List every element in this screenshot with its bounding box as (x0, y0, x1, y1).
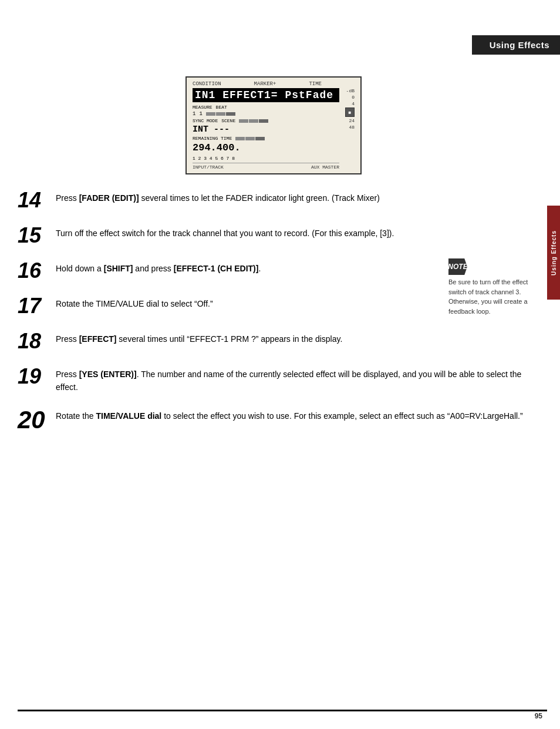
screen-container: CONDITION MARKER+ TIME IN1 EFFECT1= PstF… (18, 76, 529, 174)
sidebar-tab-label: Using Effects (551, 230, 557, 276)
step-16-bold1: [SHIFT] (104, 264, 133, 273)
screen-beat: BEAT (216, 105, 227, 110)
step-15: 15 Turn off the effect switch for the tr… (18, 227, 529, 246)
step-15-content: Turn off the effect switch for the track… (56, 227, 529, 240)
step-20-number: 20 (18, 408, 56, 432)
screen-condition: CONDITION (193, 81, 221, 87)
step-20: 20 Rotate the TIME/VALUE dial to select … (18, 410, 529, 432)
screen-marker: MARKER+ (254, 81, 276, 87)
screen-display: CONDITION MARKER+ TIME IN1 EFFECT1= PstF… (185, 76, 362, 174)
screen-time-label: TIME (309, 81, 322, 87)
note-header: NOTE (448, 258, 542, 275)
step-20-bold1: TIME/VALUE dial (96, 411, 162, 421)
screen-input-track: INPUT/TRACK (193, 164, 224, 170)
step-19-content: Press [YES (ENTER)]. The number and name… (56, 368, 529, 394)
screen-level-col: -dB 0 4 ■ 24 48 (343, 88, 355, 170)
screen-aux-master: AUX MASTER (311, 164, 339, 170)
screen-val1: 1 (193, 111, 195, 117)
step-16-number: 16 (18, 260, 56, 281)
note-icon-text: NOTE (448, 261, 467, 272)
step-18-bold1: [EFFECT] (79, 334, 117, 344)
step-18-content: Press [EFFECT] several times until “EFFE… (56, 333, 529, 346)
step-19-bold1: [YES (ENTER)] (79, 369, 137, 379)
step-16-bold2: [EFFECT-1 (CH EDIT)] (174, 264, 259, 273)
screen-dashes: --- (214, 125, 230, 135)
note-icon: NOTE (448, 258, 467, 275)
step-15-number: 15 (18, 225, 56, 246)
step-20-content: Rotate the TIME/VALUE dial to select the… (56, 410, 529, 423)
screen-measure: MEASURE (193, 105, 212, 110)
sidebar-tab: Using Effects (547, 206, 560, 300)
step-17-number: 17 (18, 295, 56, 317)
screen-val2: 1 (199, 111, 202, 117)
screen-db-48: 48 (349, 125, 355, 130)
screen-remaining: REMAINING TIME (193, 136, 232, 141)
screen-main-line: IN1 EFFECT1= PstFade (193, 88, 339, 102)
step-14-bold1: [FADER (EDIT)] (79, 193, 139, 203)
step-18-number: 18 (18, 331, 56, 352)
screen-db-4: 4 (352, 101, 355, 106)
step-14-content: Press [FADER (EDIT)] several times to le… (56, 192, 529, 205)
step-18: 18 Press [EFFECT] several times until “E… (18, 333, 529, 352)
step-14: 14 Press [FADER (EDIT)] several times to… (18, 192, 529, 211)
screen-big-number: 294.400. (193, 142, 339, 153)
step-14-number: 14 (18, 190, 56, 211)
main-content: CONDITION MARKER+ TIME IN1 EFFECT1= PstF… (0, 0, 547, 729)
page-number: 95 (535, 712, 542, 720)
bottom-bar (18, 710, 547, 711)
step-19: 19 Press [YES (ENTER)]. The number and n… (18, 368, 529, 394)
note-text: Be sure to turn off the effect switch of… (448, 277, 542, 316)
screen-scene: SCENE (221, 118, 235, 123)
screen-numbers: 1 2 3 4 5 6 7 8 (193, 156, 339, 161)
screen-db-label: -dB (346, 88, 355, 93)
note-box: NOTE Be sure to turn off the effect swit… (448, 258, 542, 316)
screen-icon: ■ (345, 107, 355, 117)
screen-sync: SYNC MODE (193, 118, 218, 123)
screen-db-0: 0 (352, 95, 355, 100)
step-19-number: 19 (18, 366, 56, 387)
screen-int: INT (193, 125, 208, 135)
screen-db-24: 24 (349, 118, 355, 123)
